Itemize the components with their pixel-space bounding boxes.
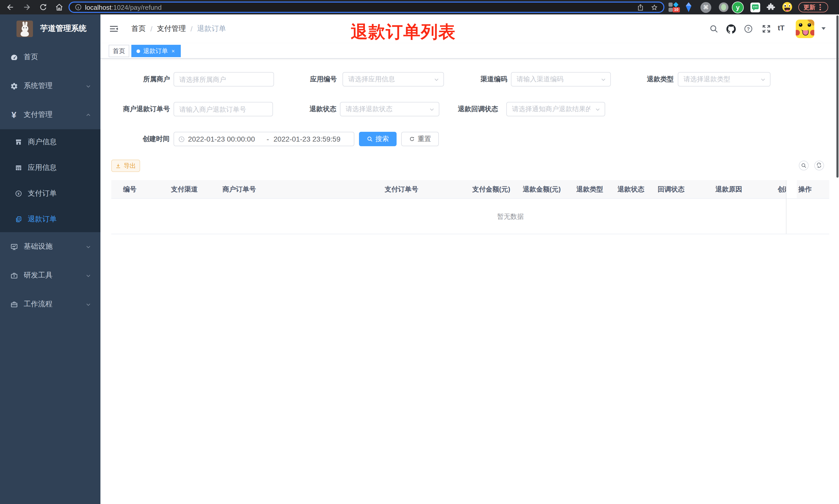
hamburger-icon[interactable] [109,24,119,34]
table-bottom-border [111,234,829,234]
export-button[interactable]: 导出 [111,160,140,172]
breadcrumb-separator: / [191,25,193,33]
monitor-chart-icon [9,243,19,250]
created-date-range[interactable]: 2022-01-23 00:00:00 - 2022-01-23 23:59:5… [174,132,354,146]
browser-back-button[interactable] [6,3,15,12]
avatar-caret-icon[interactable] [821,27,826,30]
extension-command-icon[interactable]: ⌘ [700,2,711,13]
sidebar-item-infra[interactable]: 基础设施 [0,232,101,261]
breadcrumb: 首页 / 支付管理 / 退款订单 [131,14,226,43]
app-select[interactable]: 请选择应用信息 [342,72,444,87]
active-tab-dot [137,49,140,53]
sidebar-logo-row[interactable]: 芋道管理系统 [0,14,101,43]
svg-text:?: ? [747,26,750,32]
notify-status-select[interactable]: 请选择通知商户退款结果的 [506,102,605,116]
sidebar-item-pay[interactable]: ¥ 支付管理 [0,101,101,129]
sidebar-item-label: 应用信息 [28,163,57,173]
sidebar: 芋道管理系统 首页 系统管理 ¥ 支付管理 商户信息 [0,14,101,504]
extension-chat-icon[interactable] [750,2,760,12]
filter-label-merchant-refund-no: 商户退款订单号 [108,102,170,116]
chevron-up-icon [86,112,91,118]
refund-type-select[interactable]: 请选择退款类型 [678,72,770,87]
merchant-input[interactable] [174,72,274,87]
page-title: 退款订单列表 [351,21,456,44]
gear-icon [9,82,19,90]
col-header-pay-order-no: 支付订单号 [385,180,418,199]
merchant-input-field[interactable] [174,73,273,86]
avatar[interactable] [796,20,814,38]
sidebar-item-system[interactable]: 系统管理 [0,72,101,101]
github-icon[interactable] [726,24,735,34]
info-icon[interactable] [75,4,82,11]
dashboard-icon [9,53,19,61]
browser-forward-button[interactable] [22,3,31,12]
merchant-refund-no-input[interactable] [174,102,273,116]
toolbox-icon [9,272,19,279]
browser-reload-button[interactable] [39,3,48,12]
sidebar-item-merchant-info[interactable]: 商户信息 [0,129,101,155]
col-header-refund-amount: 退款金额(元) [523,180,560,199]
chevron-down-icon [595,106,601,112]
sidebar-item-app-info[interactable]: 应用信息 [0,155,101,181]
search-button[interactable]: 搜索 [359,132,397,146]
filter-label-refund-type: 退款类型 [622,72,674,87]
url-bar[interactable]: localhost:1024/pay/refund [69,2,664,13]
page-scrollbar[interactable] [836,15,838,178]
extension-emoji-icon[interactable] [782,2,792,12]
sidebar-item-label: 支付管理 [24,110,53,120]
refund-order-icon [14,216,23,223]
col-header-actions: 操作 [798,180,812,199]
extension-gem-icon[interactable] [684,2,693,13]
chevron-down-icon [86,273,91,278]
search-icon[interactable] [709,24,718,34]
browser-update-button[interactable]: 更新 [798,2,828,12]
sidebar-item-home[interactable]: 首页 [0,43,101,72]
col-header-merchant-order-no: 商户订单号 [222,180,256,199]
extension-badge: 10 [673,7,680,12]
extension-grey-dot-icon[interactable] [718,2,729,12]
chevron-down-icon [434,76,439,82]
browser-menu-icon[interactable] [819,4,821,10]
yen-icon: ¥ [9,110,19,119]
refresh-icon [816,163,822,168]
sidebar-item-refund-order[interactable]: 退款订单 [0,206,101,232]
tab-refund-order[interactable]: 退款订单 × [131,45,181,57]
channel-select[interactable]: 请输入渠道编码 [511,72,611,87]
refresh-icon [409,136,415,142]
col-header-callback-status: 回调状态 [658,180,684,199]
refresh-table-button[interactable] [814,161,824,170]
bookmark-star-icon[interactable] [650,3,658,11]
date-start[interactable]: 2022-01-23 00:00:00 [188,135,264,143]
download-icon [115,163,121,168]
filter-label-notify-status: 退款回调状态 [447,102,498,116]
breadcrumb-pay[interactable]: 支付管理 [157,24,186,34]
help-icon[interactable]: ? [744,24,753,34]
workflow-icon [9,300,19,308]
extensions-puzzle-icon[interactable] [766,2,775,12]
breadcrumb-home[interactable]: 首页 [131,24,146,34]
tab-home[interactable]: 首页 [109,45,129,57]
chevron-down-icon [86,83,91,89]
chevron-down-icon [86,302,91,307]
fullscreen-icon[interactable] [762,24,771,34]
app-title: 芋道管理系统 [40,24,87,34]
sidebar-item-workflow[interactable]: 工作流程 [0,290,101,319]
chevron-down-icon [760,76,766,82]
share-icon[interactable] [637,3,644,11]
extension-y-icon[interactable]: y [732,1,744,13]
browser-home-button[interactable] [55,3,64,12]
grid-icon [14,164,23,172]
sidebar-item-pay-order[interactable]: ¥ 支付订单 [0,181,101,206]
tab-close-icon[interactable]: × [172,48,175,54]
toggle-search-button[interactable] [799,161,809,170]
app-root: localhost:1024/pay/refund 10 ⌘ y [0,0,839,504]
extension-userscript-icon[interactable]: 10 [668,2,679,13]
merchant-refund-no-field[interactable] [174,103,272,116]
refund-status-select[interactable]: 请选择退款状态 [340,102,439,116]
filter-label-app: 应用编号 [285,72,337,87]
text-size-icon[interactable]: tT [778,24,784,32]
sidebar-item-devtools[interactable]: 研发工具 [0,261,101,290]
date-end[interactable]: 2022-01-23 23:59:59 [273,135,349,143]
reset-button[interactable]: 重置 [401,132,439,146]
filter-label-created: 创建时间 [118,132,169,146]
